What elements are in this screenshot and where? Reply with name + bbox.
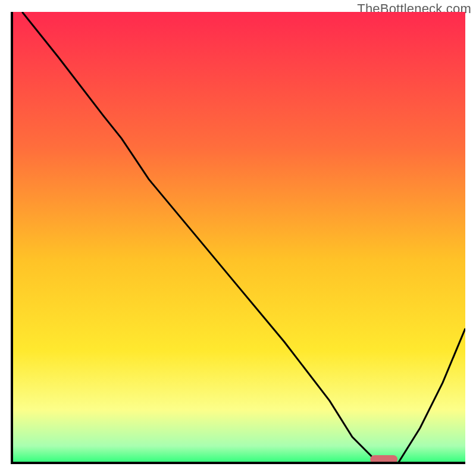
plot-area [11,12,465,464]
bottleneck-chart: TheBottleneck.com [0,0,476,476]
optimal-marker [370,455,397,464]
gradient-background [13,12,465,464]
svg-rect-0 [13,12,465,464]
